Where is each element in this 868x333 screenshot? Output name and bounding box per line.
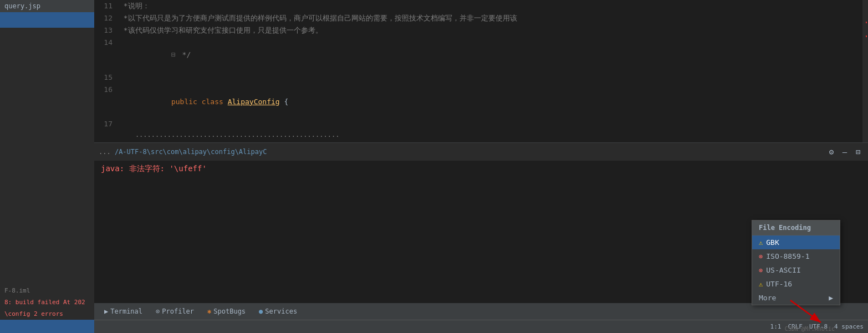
status-indent[interactable]: 4 spaces	[834, 323, 864, 330]
sidebar: query.jsp F-8.iml 8: build failed At 202…	[0, 0, 94, 333]
line-content-12: *以下代码只是为了方便商户测试而提供的样例代码，商户可以根据自己网站的需要，按照…	[119, 12, 862, 24]
arrow-indicator	[785, 298, 829, 327]
line-content-16: public class AlipayConfig {	[119, 84, 862, 119]
terminal-path-text: /A-UTF-8\src\com\alipay\config\AlipayC	[115, 148, 267, 156]
line-content-11: *说明：	[119, 0, 862, 12]
status-position[interactable]: 1:1	[770, 323, 782, 330]
terminal-error-message: java: 非法字符: '\ufeff'	[101, 164, 861, 174]
usascii-error-icon: ⊗	[759, 267, 763, 274]
line-num-15: 15	[94, 71, 119, 84]
dropdown-item-gbk[interactable]: ⚠ GBK	[752, 235, 840, 249]
tab-terminal[interactable]: ▶ Terminal	[99, 303, 148, 320]
services-tab-label: Services	[265, 308, 297, 315]
line-num-16: 16	[94, 84, 119, 119]
main-layout: query.jsp F-8.iml 8: build failed At 202…	[0, 0, 868, 333]
scroll-marker-1	[866, 22, 867, 23]
file-encoding-dropdown: File Encoding ⚠ GBK ⊗ ISO-8859-1 ⊗ US-AS…	[752, 220, 840, 305]
usascii-label: US-ASCII	[766, 266, 801, 274]
tab-profiler[interactable]: ⊙ Profiler	[150, 303, 200, 320]
line-num-13: 13	[94, 24, 119, 37]
dropdown-menu: File Encoding ⚠ GBK ⊗ ISO-8859-1 ⊗ US-AS…	[752, 220, 840, 305]
line-content-17	[119, 118, 862, 130]
sidebar-bottom: F-8.iml 8: build failed At 202 \config 2…	[0, 285, 94, 333]
line-num-17: 17	[94, 118, 119, 130]
terminal-layout-icon[interactable]: ⊟	[852, 146, 864, 157]
utf16-warn-icon: ⚠	[759, 280, 763, 288]
more-label: More	[759, 294, 776, 302]
status-bar: 1:1 CRLF UTF-8 4 spaces CSDN @Mr.Aholic	[94, 320, 868, 333]
sidebar-file-query[interactable]: query.jsp	[0, 0, 94, 12]
line-content-13: *该代码仅供学习和研究支付宝接口使用，只是提供一个参考。	[119, 24, 862, 37]
sidebar-selected-bar	[0, 12, 94, 28]
dropdown-item-usascii[interactable]: ⊗ US-ASCII	[752, 263, 840, 277]
dropdown-header: File Encoding	[752, 221, 840, 235]
code-lines: 11 *说明： 12 *以下代码只是为了方便商户测试而提供的样例代码，商户可以根…	[94, 0, 862, 142]
more-arrow-icon: ▶	[829, 294, 833, 302]
line-num-12: 12	[94, 12, 119, 24]
editor-scrollbar[interactable]	[862, 0, 868, 142]
line-content-partial: ········································…	[119, 130, 862, 142]
line-num-11: 11	[94, 0, 119, 12]
line-content-15	[119, 71, 862, 84]
code-line-12: 12 *以下代码只是为了方便商户测试而提供的样例代码，商户可以根据自己网站的需要…	[94, 12, 862, 24]
terminal-settings-icon[interactable]: ⚙	[826, 146, 837, 157]
tab-spotbugs[interactable]: ✱ SpotBugs	[202, 303, 251, 320]
profiler-tab-label: Profiler	[162, 308, 194, 315]
tab-services[interactable]: ● Services	[253, 303, 303, 320]
terminal-path: ... /A-UTF-8\src\com\alipay\config\Alipa…	[99, 148, 824, 156]
gbk-warn-icon: ⚠	[759, 239, 763, 247]
terminal-toolbar: ... /A-UTF-8\src\com\alipay\config\Alipa…	[94, 143, 868, 161]
dropdown-item-utf16[interactable]: ⚠ UTF-16	[752, 277, 840, 291]
code-line-14: 14 ⊟ */	[94, 37, 862, 71]
bottom-tabs-bar: ▶ Terminal ⊙ Profiler ✱ SpotBugs ● Servi…	[94, 303, 868, 320]
terminal-icons: ⚙ — ⊟	[826, 146, 864, 157]
iso-label: ISO-8859-1	[766, 252, 809, 260]
code-line-16: 16 public class AlipayConfig {	[94, 84, 862, 119]
code-line-partial: ········································…	[94, 130, 862, 142]
sidebar-build-info: 8: build failed At 202	[0, 296, 94, 308]
sidebar-config-errors: \config 2 errors	[0, 308, 94, 320]
svg-line-1	[790, 300, 821, 322]
sidebar-bottom-bar	[0, 320, 94, 333]
code-editor[interactable]: 11 *说明： 12 *以下代码只是为了方便商户测试而提供的样例代码，商户可以根…	[94, 0, 868, 142]
code-line-15: 15	[94, 71, 862, 84]
code-line-11: 11 *说明：	[94, 0, 862, 12]
code-line-13: 13 *该代码仅供学习和研究支付宝接口使用，只是提供一个参考。	[94, 24, 862, 37]
line-content-14: ⊟ */	[119, 37, 862, 71]
terminal-tab-label: Terminal	[110, 308, 142, 315]
dropdown-item-iso[interactable]: ⊗ ISO-8859-1	[752, 249, 840, 263]
utf16-label: UTF-16	[766, 280, 792, 288]
sidebar-bottom-file: F-8.iml	[0, 285, 94, 296]
terminal-minimize-icon[interactable]: —	[839, 146, 850, 157]
terminal-tab-icon: ▶	[104, 308, 108, 315]
spotbugs-tab-label: SpotBugs	[213, 308, 246, 315]
profiler-tab-icon: ⊙	[156, 308, 160, 315]
scroll-marker-2	[866, 35, 867, 37]
iso-error-icon: ⊗	[759, 253, 763, 260]
code-line-17: 17	[94, 118, 862, 130]
line-num-partial	[94, 130, 119, 142]
spotbugs-tab-icon: ✱	[207, 308, 211, 315]
services-tab-icon: ●	[259, 308, 263, 315]
gbk-label: GBK	[766, 238, 779, 247]
line-num-14: 14	[94, 37, 119, 71]
